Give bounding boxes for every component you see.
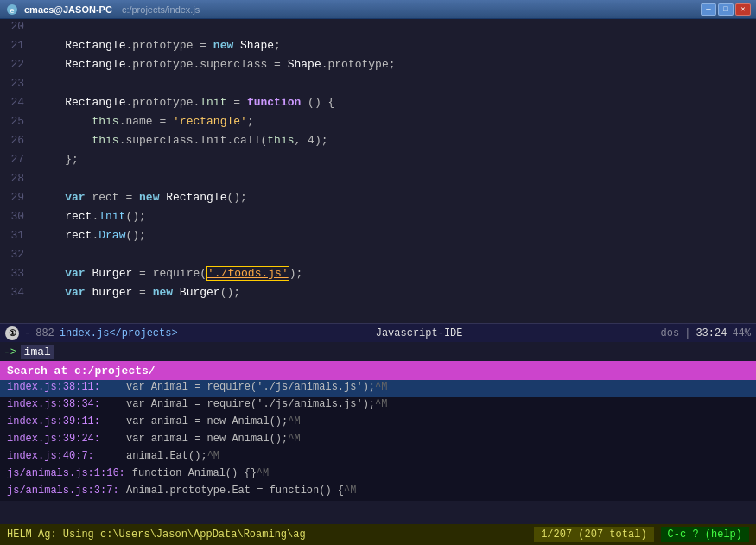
- code-line-30: 30 rect.Init();: [0, 209, 756, 228]
- helm-statusbar: HELM Ag: Using c:\Users\Jason\AppData\Ro…: [0, 524, 756, 545]
- code-editor[interactable]: 20 21 Rectangle.prototype = new Shape; 2…: [0, 19, 756, 323]
- result-location: index.js:39:24:: [7, 433, 119, 445]
- helm-help-text: C-c ? (help): [661, 527, 749, 542]
- result-location: index.js:38:34:: [7, 398, 119, 410]
- code-line-31: 31 rect.Draw();: [0, 228, 756, 247]
- code-line-21: 21 Rectangle.prototype = new Shape;: [0, 38, 756, 57]
- result-location: index.js:38:11:: [7, 381, 119, 393]
- code-content: var rect = new Rectangle();: [35, 191, 756, 204]
- minibuffer-text[interactable]: imal: [21, 345, 54, 359]
- line-number: 22: [0, 58, 35, 71]
- line-number: 23: [0, 77, 35, 90]
- result-code: var animal = new Animal();^M: [126, 433, 301, 445]
- title-subtitle: c:/projects/index.js: [122, 4, 200, 15]
- code-line-23: 23: [0, 76, 756, 95]
- code-line-27: 27 };: [0, 152, 756, 171]
- line-number: 32: [0, 248, 35, 261]
- status-circle: ①: [5, 326, 19, 340]
- status-percent: 44%: [732, 327, 751, 339]
- line-number: 30: [0, 210, 35, 223]
- helm-result-7[interactable]: js/animals.js:3:7: Animal.prototype.Eat …: [0, 484, 756, 501]
- result-location: js/animals.js:1:16:: [7, 467, 125, 479]
- code-content: var Burger = require('./foods.js');: [35, 267, 756, 280]
- line-number: 27: [0, 153, 35, 166]
- code-content: rect.Draw();: [35, 229, 756, 242]
- editor-statusbar: ① - 882 index.js</projects> Javascript-I…: [0, 323, 756, 342]
- code-content: this.superclass.Init.call(this, 4);: [35, 134, 756, 147]
- result-code: animal.Eat();^M: [126, 450, 219, 462]
- code-content: Rectangle.prototype.Init = function () {: [35, 96, 756, 109]
- helm-result-2[interactable]: index.js:38:34: var Animal = require('./…: [0, 397, 756, 415]
- code-line-28: 28: [0, 171, 756, 190]
- helm-result-1[interactable]: index.js:38:11: var Animal = require('./…: [0, 380, 756, 397]
- close-button[interactable]: ✕: [735, 3, 751, 16]
- status-sep: |: [684, 327, 690, 339]
- result-code: var Animal = require('./js/animals.js');…: [126, 398, 387, 410]
- code-content: [35, 77, 756, 90]
- line-number: 29: [0, 191, 35, 204]
- result-code: var Animal = require('./js/animals.js');…: [126, 381, 387, 393]
- code-line-24: 24 Rectangle.prototype.Init = function (…: [0, 95, 756, 114]
- minibuffer-arrow: ->: [3, 345, 17, 358]
- code-content: var burger = new Burger();: [35, 286, 756, 299]
- result-code: Animal.prototype.Eat = function() {^M: [126, 485, 356, 497]
- helm-info-text: HELM Ag: Using c:\Users\Jason\AppData\Ro…: [7, 529, 527, 541]
- status-dash: -: [24, 327, 30, 339]
- titlebar: e emacs@JASON-PC c:/projects/index.js ─ …: [0, 0, 756, 19]
- helm-result-4[interactable]: index.js:39:24: var animal = new Animal(…: [0, 432, 756, 449]
- window-title: emacs@JASON-PC c:/projects/index.js: [24, 4, 701, 15]
- code-line-34: 34 var burger = new Burger();: [0, 285, 756, 304]
- result-location: js/animals.js:3:7:: [7, 485, 119, 497]
- line-number: 34: [0, 286, 35, 299]
- code-content: Rectangle.prototype.superclass = Shape.p…: [35, 58, 756, 71]
- helm-header-text: Search at c:/projects/: [7, 364, 156, 377]
- code-content: [35, 20, 756, 33]
- helm-results[interactable]: index.js:38:11: var Animal = require('./…: [0, 380, 756, 501]
- helm-result-5[interactable]: index.js:40:7: animal.Eat();^M: [0, 449, 756, 466]
- code-line-29: 29 var rect = new Rectangle();: [0, 190, 756, 209]
- code-line-26: 26 this.superclass.Init.call(this, 4);: [0, 133, 756, 152]
- code-line-22: 22 Rectangle.prototype.superclass = Shap…: [0, 57, 756, 76]
- code-line-32: 32: [0, 247, 756, 266]
- status-filename: index.js</projects>: [60, 327, 178, 339]
- window-controls: ─ □ ✕: [701, 3, 751, 16]
- helm-count-text: 1/207 (207 total): [534, 527, 653, 542]
- code-content: [35, 172, 756, 185]
- svg-text:e: e: [10, 6, 14, 15]
- code-content: Rectangle.prototype = new Shape;: [35, 39, 756, 52]
- line-number: 31: [0, 229, 35, 242]
- title-text: emacs@JASON-PC: [24, 4, 112, 15]
- code-line-33: 33 var Burger = require('./foods.js');: [0, 266, 756, 285]
- code-content: this.name = 'rectangle';: [35, 115, 756, 128]
- line-number: 33: [0, 267, 35, 280]
- line-number: 25: [0, 115, 35, 128]
- status-encoding: dos: [661, 327, 680, 339]
- result-code: function Animal() {}^M: [132, 467, 269, 479]
- line-number: 20: [0, 20, 35, 33]
- minimize-button[interactable]: ─: [701, 3, 716, 16]
- code-content: rect.Init();: [35, 210, 756, 223]
- code-line-20: 20: [0, 19, 756, 38]
- helm-result-3[interactable]: index.js:39:11: var animal = new Animal(…: [0, 415, 756, 432]
- result-location: index.js:39:11:: [7, 415, 119, 428]
- code-content: [35, 248, 756, 261]
- status-linecount: 882: [35, 327, 54, 339]
- helm-result-6[interactable]: js/animals.js:1:16: function Animal() {}…: [0, 466, 756, 484]
- result-code: var animal = new Animal();^M: [126, 415, 301, 428]
- status-mode: Javascript-IDE: [376, 327, 463, 339]
- line-number: 26: [0, 134, 35, 147]
- code-content: };: [35, 153, 756, 166]
- code-line-25: 25 this.name = 'rectangle';: [0, 114, 756, 133]
- maximize-button[interactable]: □: [718, 3, 734, 16]
- result-location: index.js:40:7:: [7, 450, 119, 462]
- status-lineinfo: 33:24: [696, 327, 727, 339]
- line-number: 21: [0, 39, 35, 52]
- line-number: 24: [0, 96, 35, 109]
- app-icon: e: [5, 3, 19, 16]
- line-number: 28: [0, 172, 35, 185]
- minibuffer[interactable]: -> imal: [0, 342, 756, 361]
- helm-search-header: Search at c:/projects/: [0, 361, 756, 380]
